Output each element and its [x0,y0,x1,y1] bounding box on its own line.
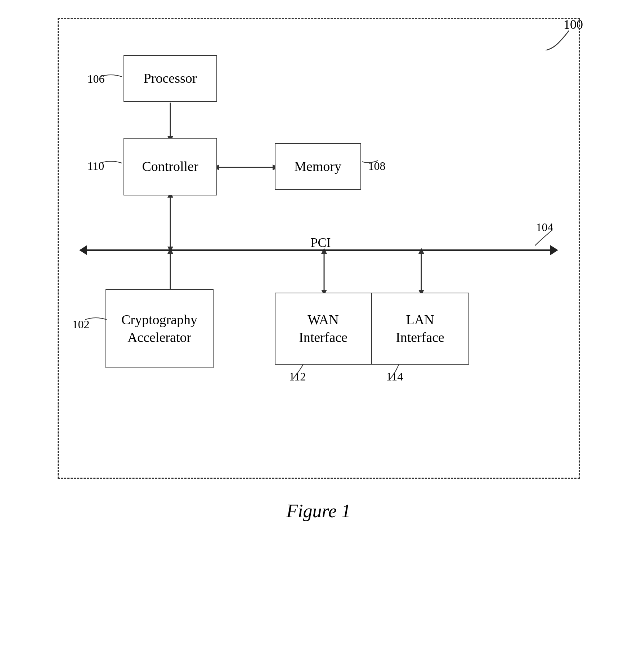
ref-114-arrow [390,364,408,380]
pci-left-arrowhead [79,245,87,255]
pci-label: PCI [311,235,331,250]
processor-block: Processor [124,55,217,102]
controller-block: Controller [124,138,217,195]
ref-102-arrow [85,314,108,325]
crypto-block: Cryptography Accelerator [106,289,214,368]
svg-marker-10 [167,248,173,254]
memory-block: Memory [275,143,361,190]
lan-block: LAN Interface [372,293,469,365]
figure-caption: Figure 1 [286,500,351,522]
wan-block: WAN Interface [275,293,372,365]
ref-108-arrow [362,155,380,168]
page-container: 100 [31,14,607,522]
main-diagram-box: PCI Processor Controller Memory Cryptogr… [58,18,580,479]
ref-106-arrow [100,71,125,82]
ref-104-arrow [535,230,556,248]
ref-112-arrow [293,364,311,380]
svg-marker-16 [418,248,424,254]
ref-110-arrow [100,158,125,168]
